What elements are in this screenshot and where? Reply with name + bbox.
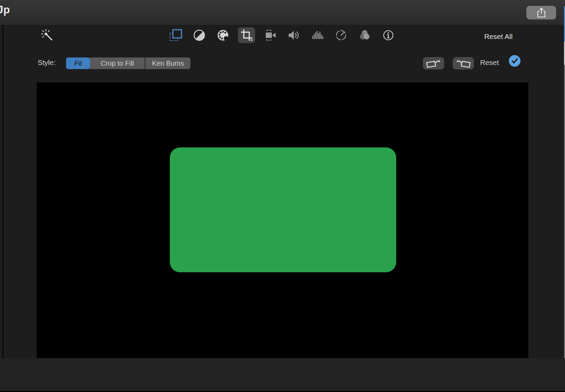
tool-noise-equalizer[interactable] [309, 27, 326, 43]
tool-crop[interactable] [238, 27, 255, 43]
tool-stabilization[interactable] [262, 27, 279, 43]
overlay-settings-icon [169, 28, 183, 42]
style-option-fit[interactable]: Fit [66, 57, 90, 69]
window-titlebar: Jp [0, 0, 565, 25]
speaker-icon [287, 28, 301, 42]
tool-color-correction[interactable] [214, 27, 231, 43]
reset-button[interactable]: Reset [480, 58, 499, 67]
tool-info[interactable] [380, 27, 397, 43]
rotate-counterclockwise-icon [426, 58, 441, 68]
left-panel-divider [2, 25, 3, 392]
tool-color-balance[interactable] [191, 27, 208, 43]
tool-overlay-settings[interactable] [167, 27, 184, 43]
magic-wand-icon [41, 29, 54, 42]
crop-icon [240, 28, 253, 42]
crop-style-segmented-control: Fit Crop to Fill Ken Burns [66, 57, 190, 69]
reset-all-button[interactable]: Reset All [484, 32, 513, 41]
info-icon [381, 28, 395, 42]
rotate-counterclockwise-button[interactable] [423, 57, 444, 69]
apply-crop-button[interactable] [509, 55, 520, 67]
overlapping-circles-icon [358, 28, 372, 42]
color-balance-icon [192, 28, 206, 42]
tool-speed[interactable] [332, 27, 350, 43]
share-button[interactable] [526, 6, 556, 19]
rotate-clockwise-icon [455, 58, 471, 68]
rotate-clockwise-button[interactable] [453, 57, 474, 69]
imovie-adjust-window: Jp [0, 0, 565, 392]
transport-bar [0, 358, 565, 391]
preview-viewer [37, 82, 528, 358]
style-label: Style: [38, 58, 56, 67]
tool-volume[interactable] [285, 27, 302, 43]
auto-enhance-button[interactable] [41, 29, 54, 42]
share-icon [536, 6, 547, 19]
green-clip-frame [170, 147, 396, 272]
adjust-toolbar [167, 27, 397, 43]
checkmark-icon [509, 55, 520, 67]
style-option-crop-to-fill[interactable]: Crop to Fill [90, 57, 145, 69]
equalizer-bars-icon [311, 28, 324, 42]
color-palette-icon [216, 28, 230, 42]
tool-clip-filter[interactable] [356, 27, 373, 43]
clip-title: Jp [0, 4, 10, 16]
speedometer-icon [334, 28, 348, 42]
video-camera-icon [263, 28, 277, 42]
style-option-ken-burns[interactable]: Ken Burns [146, 57, 190, 69]
